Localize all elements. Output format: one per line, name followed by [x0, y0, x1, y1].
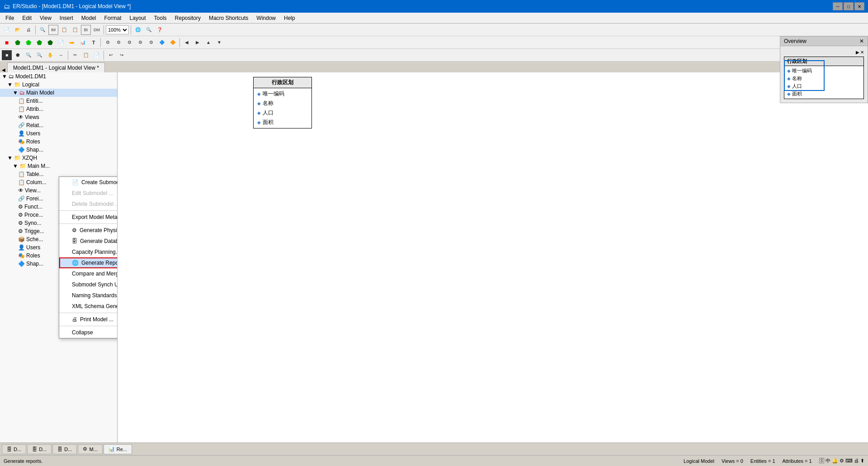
minimize-button[interactable]: ─ [833, 2, 843, 10]
ctx-compare-merge[interactable]: Compare and Merge Utility... [59, 268, 118, 279]
tree-main-m[interactable]: ▼📁Main M... [0, 162, 117, 170]
tree-roles[interactable]: 🎭Roles [0, 138, 117, 146]
t2-btn3[interactable]: ⬟ [24, 38, 33, 48]
t3-btn6[interactable]: ↔ [56, 50, 66, 60]
menu-file[interactable]: File [2, 14, 18, 22]
t3-btn10[interactable]: ↩ [106, 50, 116, 60]
tree-shapes[interactable]: 🔷Shap... [0, 146, 117, 154]
t2-btn2[interactable]: ⬟ [13, 38, 23, 48]
t3-btn8[interactable]: 📋 [81, 50, 91, 60]
t2-btn13[interactable]: ⚙ [135, 38, 145, 48]
t2-btn10[interactable]: ⚙ [103, 38, 113, 48]
overview-close-button[interactable]: ✕ [859, 38, 864, 44]
menu-edit[interactable]: Edit [19, 14, 35, 22]
tree-relationships[interactable]: 🔗Relat... [0, 121, 117, 129]
t3-btn1[interactable]: ■ [2, 50, 12, 60]
btn6[interactable]: DM [92, 25, 102, 35]
status-bar-right: Logical Model Views = 0 Entities = 1 Att… [684, 457, 864, 464]
t2-btn8[interactable]: 📊 [78, 38, 88, 48]
bottom-tab-2[interactable]: 🗄 D... [27, 444, 52, 454]
t2-btn14[interactable]: ⚙ [146, 38, 156, 48]
new-button[interactable]: 📄 [2, 25, 12, 35]
tree-logical[interactable]: ▼📁Logical [0, 81, 117, 89]
close-button[interactable]: ✕ [854, 2, 864, 10]
bottom-tab-5[interactable]: 📊 Re... [104, 444, 132, 454]
tree-main-model[interactable]: ▼🗂Main Model [0, 89, 117, 97]
btn5[interactable]: BI [81, 25, 91, 35]
find-button[interactable]: 🔍 [38, 25, 47, 35]
btn2[interactable]: IM [48, 25, 58, 35]
canvas-area[interactable]: 行政区划 ◆ 唯一编码 ◆ 名称 ◆ 人口 ◆ 面积 [118, 72, 868, 453]
tree-entities[interactable]: 📋Entiti... [0, 97, 117, 105]
tree-attributes[interactable]: 📋Attrib... [0, 105, 117, 113]
ctx-generate-reports[interactable]: 🌐 Generate Reports... [59, 257, 118, 268]
menu-window[interactable]: Window [253, 14, 279, 22]
t2-btn5[interactable]: ⬟ [45, 38, 55, 48]
tree-users[interactable]: 👤Users [0, 129, 117, 138]
globe-button[interactable]: 🌐 [133, 25, 143, 35]
t2-btn19[interactable]: ▲ [203, 38, 213, 48]
ctx-naming-standards[interactable]: Naming Standards Utility... [59, 290, 118, 301]
bottom-tab-1[interactable]: 🗄 D... [2, 444, 26, 454]
menu-format[interactable]: Format [101, 14, 125, 22]
t2-btn1[interactable]: ■ [2, 38, 12, 48]
t3-btn9[interactable]: 📄 [92, 50, 102, 60]
ov-field-2: 名称 [792, 75, 802, 82]
ctx-xml-schema[interactable]: XML Schema Generation... [59, 301, 118, 312]
ctx-sep2 [59, 223, 118, 224]
menu-view[interactable]: View [36, 14, 55, 22]
ctx-collapse[interactable]: Collapse [59, 327, 118, 338]
btn4[interactable]: 📋 [70, 25, 80, 35]
overview-arrow-left[interactable]: ✕ [860, 50, 864, 55]
ctx-print-model[interactable]: 🖨 Print Model ... Ctrl+P [59, 314, 118, 325]
menu-layout[interactable]: Layout [126, 14, 150, 22]
tree-root[interactable]: ▼🗂Model1.DM1 [0, 72, 117, 81]
ctx-create-submodel[interactable]: 📄 Create Submodel ... [59, 177, 118, 188]
tree-users-label: Users [26, 130, 40, 137]
menu-insert[interactable]: Insert [56, 14, 77, 22]
zoom-select[interactable]: 100% 75% 150% 200% [106, 25, 129, 34]
t3-btn7[interactable]: ✂ [70, 50, 80, 60]
t3-btn5[interactable]: ✋ [45, 50, 55, 60]
menu-tools[interactable]: Tools [151, 14, 170, 22]
btn3[interactable]: 📋 [59, 25, 69, 35]
print-button[interactable]: 🖨 [24, 25, 33, 35]
tree-views[interactable]: 👁Views [0, 113, 117, 121]
maximize-button[interactable]: □ [844, 2, 854, 10]
t3-btn2[interactable]: ⬟ [13, 50, 23, 60]
open-button[interactable]: 📂 [13, 25, 23, 35]
t2-btn6[interactable]: 📄 [56, 38, 66, 48]
t2-btn4[interactable]: ⬟ [34, 38, 44, 48]
t3-btn3[interactable]: 🔍 [24, 50, 33, 60]
menu-model[interactable]: Model [78, 14, 100, 22]
t2-btn7[interactable]: ➡ [67, 38, 77, 48]
ctx-capacity-planning[interactable]: Capacity Planning... [59, 247, 118, 257]
t2-btn20[interactable]: ▼ [214, 38, 224, 48]
t3-btn11[interactable]: ↪ [117, 50, 127, 60]
menu-repository[interactable]: Repository [171, 14, 204, 22]
zoom-in-button[interactable]: 🔍 [144, 25, 154, 35]
entity-box[interactable]: 行政区划 ◆ 唯一编码 ◆ 名称 ◆ 人口 ◆ 面积 [253, 77, 312, 128]
menu-help[interactable]: Help [280, 14, 299, 22]
t2-btn17[interactable]: ◀ [182, 38, 192, 48]
ctx-generate-database[interactable]: 🗄 Generate Database ... [59, 236, 118, 247]
t2-btn18[interactable]: ▶ [193, 38, 203, 48]
menu-macro-shortcuts[interactable]: Macro Shortcuts [205, 14, 252, 22]
t2-btn16[interactable]: 🔶 [168, 38, 178, 48]
bottom-tab-3[interactable]: 🗄 D... [52, 444, 77, 454]
main-tab[interactable]: Model1.DM1 - Logical Model View * [7, 62, 105, 72]
tree-xzqh[interactable]: ▼📁XZQH [0, 154, 117, 162]
tab-nav-left[interactable]: ◀ [2, 67, 5, 72]
t2-btn15[interactable]: 🔷 [157, 38, 167, 48]
ctx-submodel-synch[interactable]: Submodel Synch Utility... [59, 279, 118, 290]
t2-btn12[interactable]: ⚙ [124, 38, 134, 48]
overview-arrow-right[interactable]: ▶ [856, 50, 859, 55]
help-button[interactable]: ❓ [155, 25, 165, 35]
t2-btn9[interactable]: T [89, 38, 99, 48]
ctx-naming-standards-label: Naming Standards Utility... [72, 292, 118, 299]
ctx-generate-physical[interactable]: ⚙ Generate Physical Model ... [59, 225, 118, 236]
t3-btn4[interactable]: 🔍 [34, 50, 44, 60]
bottom-tab-4[interactable]: ⚙ M... [78, 444, 102, 454]
ctx-export-metadata[interactable]: Export Model Metadata... [59, 212, 118, 223]
t2-btn11[interactable]: ⚙ [113, 38, 123, 48]
